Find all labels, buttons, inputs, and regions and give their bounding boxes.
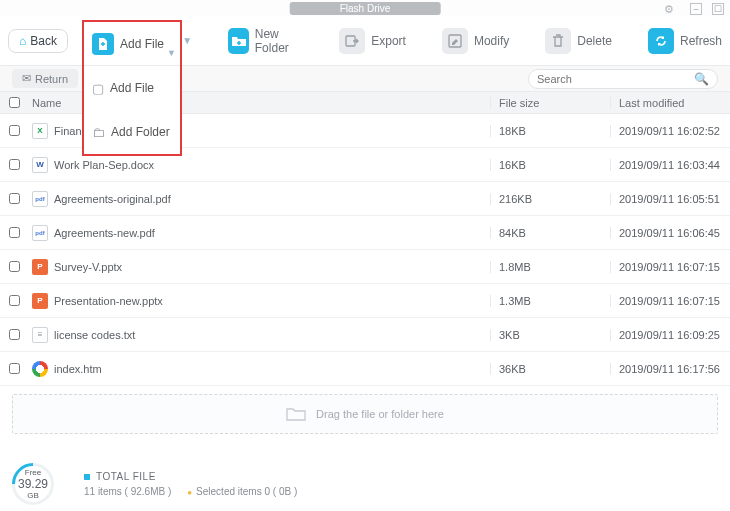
delete-icon: [545, 28, 571, 54]
return-label: Return: [35, 73, 68, 85]
file-name: Agreements-new.pdf: [54, 227, 155, 239]
search-input[interactable]: [537, 73, 694, 85]
drop-zone-text: Drag the file or folder here: [316, 408, 444, 420]
row-checkbox[interactable]: [9, 193, 20, 204]
row-checkbox[interactable]: [9, 363, 20, 374]
file-name: Agreements-original.pdf: [54, 193, 171, 205]
search-icon: 🔍: [694, 72, 709, 86]
new-folder-button[interactable]: New Folder: [228, 27, 303, 55]
table-row[interactable]: ≡license codes.txt3KB2019/09/11 16:09:25: [0, 318, 730, 352]
table-row[interactable]: pdfAgreements-original.pdf216KB2019/09/1…: [0, 182, 730, 216]
row-checkbox[interactable]: [9, 295, 20, 306]
file-date: 2019/09/11 16:07:15: [610, 261, 730, 273]
pdf-icon: pdf: [32, 191, 48, 207]
refresh-icon: [648, 28, 674, 54]
select-all-checkbox[interactable]: [9, 97, 20, 108]
total-file-bullet: [84, 474, 90, 480]
folder-icon: 🗀: [92, 125, 105, 140]
column-date[interactable]: Last modified: [610, 97, 730, 109]
return-icon: ✉: [22, 72, 31, 85]
total-items-text: 11 items ( 92.6MB ): [84, 486, 171, 497]
add-file-dropdown: Add File ▼ ▢ Add File 🗀 Add Folder: [82, 20, 182, 156]
docx-icon: W: [32, 157, 48, 173]
file-size: 36KB: [490, 363, 610, 375]
new-folder-label: New Folder: [255, 27, 303, 55]
window-title: Flash Drive: [290, 2, 441, 15]
file-size: 18KB: [490, 125, 610, 137]
refresh-label: Refresh: [680, 34, 722, 48]
htm-icon: [32, 361, 48, 377]
dropdown-item-add-file-label: Add File: [110, 81, 154, 95]
file-size: 1.8MB: [490, 261, 610, 273]
drop-zone[interactable]: Drag the file or folder here: [12, 394, 718, 434]
row-checkbox[interactable]: [9, 227, 20, 238]
status-bar: Free 39.29 GB TOTAL FILE 11 items ( 92.6…: [0, 457, 730, 511]
storage-free-unit: GB: [27, 491, 39, 500]
file-date: 2019/09/11 16:17:56: [610, 363, 730, 375]
row-checkbox[interactable]: [9, 261, 20, 272]
pptx-icon: P: [32, 259, 48, 275]
table-row[interactable]: index.htm36KB2019/09/11 16:17:56: [0, 352, 730, 386]
folder-icon: [286, 406, 306, 422]
file-date: 2019/09/11 16:06:45: [610, 227, 730, 239]
home-icon: ⌂: [19, 34, 26, 48]
file-name: Presentation-new.pptx: [54, 295, 163, 307]
file-name: Work Plan-Sep.docx: [54, 159, 154, 171]
row-checkbox[interactable]: [9, 159, 20, 170]
file-size: 216KB: [490, 193, 610, 205]
modify-label: Modify: [474, 34, 509, 48]
file-date: 2019/09/11 16:07:15: [610, 295, 730, 307]
modify-button[interactable]: Modify: [442, 28, 509, 54]
delete-button[interactable]: Delete: [545, 28, 612, 54]
row-checkbox[interactable]: [9, 125, 20, 136]
file-date: 2019/09/11 16:02:52: [610, 125, 730, 137]
title-bar: Flash Drive ⚙ – ☐: [0, 0, 730, 16]
dropdown-add-file-header[interactable]: Add File ▼: [84, 22, 180, 66]
file-size: 3KB: [490, 329, 610, 341]
file-date: 2019/09/11 16:03:44: [610, 159, 730, 171]
file-icon: ▢: [92, 81, 104, 96]
export-icon: [339, 28, 365, 54]
refresh-button[interactable]: Refresh: [648, 28, 722, 54]
search-box[interactable]: 🔍: [528, 69, 718, 89]
row-checkbox[interactable]: [9, 329, 20, 340]
back-label: Back: [30, 34, 57, 48]
export-label: Export: [371, 34, 406, 48]
return-button[interactable]: ✉ Return: [12, 69, 78, 88]
table-row[interactable]: PPresentation-new.pptx1.3MB2019/09/11 16…: [0, 284, 730, 318]
file-size: 16KB: [490, 159, 610, 171]
pptx-icon: P: [32, 293, 48, 309]
total-file-label: TOTAL FILE: [96, 471, 156, 482]
txt-icon: ≡: [32, 327, 48, 343]
xlsx-icon: X: [32, 123, 48, 139]
modify-icon: [442, 28, 468, 54]
minimize-button[interactable]: –: [690, 3, 702, 15]
file-name: license codes.txt: [54, 329, 135, 341]
dropdown-item-add-folder-label: Add Folder: [111, 125, 170, 139]
file-name: index.htm: [54, 363, 102, 375]
maximize-button[interactable]: ☐: [712, 3, 724, 15]
file-size: 1.3MB: [490, 295, 610, 307]
table-row[interactable]: PSurvey-V.pptx1.8MB2019/09/11 16:07:15: [0, 250, 730, 284]
file-date: 2019/09/11 16:05:51: [610, 193, 730, 205]
add-file-icon: [92, 33, 114, 55]
selected-items-text: Selected items 0 ( 0B ): [187, 486, 297, 497]
chevron-down-icon: ▼: [167, 48, 176, 58]
storage-gauge: Free 39.29 GB: [12, 463, 54, 505]
settings-icon[interactable]: ⚙: [664, 3, 674, 16]
table-row[interactable]: pdfAgreements-new.pdf84KB2019/09/11 16:0…: [0, 216, 730, 250]
back-button[interactable]: ⌂ Back: [8, 29, 68, 53]
dropdown-add-file-header-label: Add File: [120, 37, 164, 51]
dropdown-item-add-folder[interactable]: 🗀 Add Folder: [84, 110, 180, 154]
file-size: 84KB: [490, 227, 610, 239]
file-date: 2019/09/11 16:09:25: [610, 329, 730, 341]
column-size[interactable]: File size: [490, 97, 610, 109]
export-button[interactable]: Export: [339, 28, 406, 54]
dropdown-item-add-file[interactable]: ▢ Add File: [84, 66, 180, 110]
new-folder-icon: [228, 28, 249, 54]
storage-free-value: 39.29: [18, 477, 48, 491]
file-name: Survey-V.pptx: [54, 261, 122, 273]
storage-free-label: Free: [25, 468, 41, 477]
pdf-icon: pdf: [32, 225, 48, 241]
delete-label: Delete: [577, 34, 612, 48]
